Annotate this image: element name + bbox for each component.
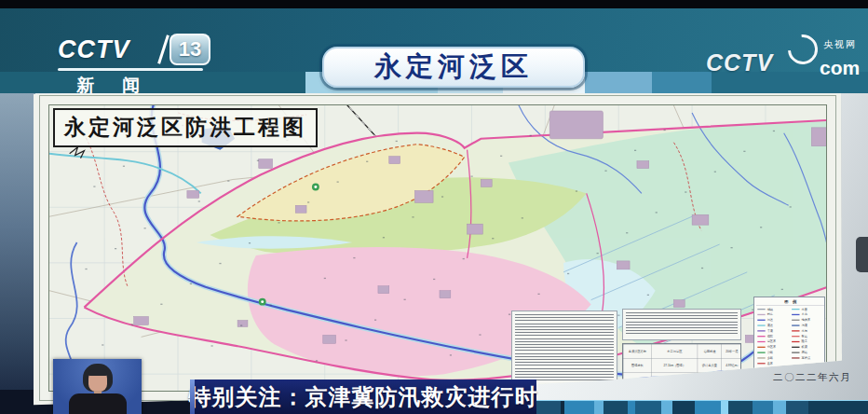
info-table-cell: 43.5万亩 (722, 373, 741, 387)
legend-swatch (757, 320, 765, 321)
legend-label: 泵站 (801, 334, 807, 338)
cctvcom-domain: com (820, 57, 860, 79)
legend-label: 乡路 (767, 356, 773, 361)
right-wall-tab (856, 237, 868, 272)
legend-label: 城镇 (767, 307, 773, 311)
bottom-segment-bar (536, 400, 868, 414)
info-table-cell: 27.1km（围堤） (652, 359, 698, 373)
interpreter-fringe (88, 369, 107, 376)
info-table-cell: 蓄滞洪区名称 (623, 344, 651, 358)
info-table-cell: 802.8km²（蓄滞洪区） (652, 373, 698, 387)
legend-label: 险工 (801, 339, 807, 344)
legend-label: 水闸 (801, 329, 807, 334)
sign-language-interpreter-video (53, 359, 142, 414)
legend-swatch (757, 309, 765, 310)
cctv13-subtitle: 新闻 (76, 74, 168, 98)
cctv13-wordmark: CCTV (58, 35, 130, 64)
legend-label: 地类界 (801, 318, 810, 323)
legend-swatch (792, 324, 799, 325)
legend-left-column: 城镇村庄河道渠道干渠堤防泛区界分区界公路乡路县界铁路 (756, 306, 791, 373)
flood-map: 永定河泛区防洪工程图 图例 城镇村庄河道渠道干渠堤防泛区界分区界公路乡路县界铁路… (48, 104, 827, 392)
info-table-cell: 淹没耕地 (698, 373, 722, 387)
legend-swatch (792, 330, 799, 331)
info-table-cell: 设计蓄洪量 (698, 359, 722, 373)
legend-box: 图例 城镇村庄河道渠道干渠堤防泛区界分区界公路乡路县界铁路 水面支流地类界沟渠水… (753, 297, 825, 379)
legend-swatch (757, 352, 765, 352)
info-table: 蓄滞洪区名称永定河泛区启用标准20年一遇围堤总长27.1km（围堤）设计蓄洪量4… (622, 343, 741, 387)
legend-label: 水面 (801, 307, 807, 311)
legend-swatch (757, 363, 765, 364)
cctvcom-ring-icon (781, 28, 823, 70)
broadcast-frame: 永定河泛区防洪工程图 图例 城镇村庄河道渠道干渠堤防泛区界分区界公路乡路县界铁路… (0, 0, 868, 414)
info-table-cell: 4.99亿m³ (722, 359, 741, 373)
legend-label: 桥梁 (801, 345, 807, 350)
cctv13-slash (157, 34, 170, 63)
legend-swatch (757, 330, 765, 331)
title-banner: 永定河泛区 (322, 47, 585, 88)
channel-13-badge: 13 (170, 34, 210, 65)
legend-swatch (792, 341, 799, 342)
cctvcom-logo: CCTV 央视网 com (706, 33, 868, 87)
info-table-cell: 围堤总长 (623, 359, 651, 373)
legend-label: 堤防 (767, 334, 773, 338)
legend-swatch (757, 336, 765, 337)
legend-swatch (757, 368, 765, 369)
legend-label: 测站 (801, 351, 807, 355)
legend-right-column: 水面支流地类界沟渠水闸泵站险工桥梁测站高程点 (791, 306, 825, 373)
info-table-cell: 启用标准 (698, 344, 722, 358)
legend-swatch (757, 341, 765, 342)
map-title: 永定河泛区防洪工程图 (53, 108, 318, 147)
legend-row: 高程点 (792, 355, 823, 361)
legend-swatch (792, 352, 799, 352)
info-table-cell: 总面积 (623, 373, 651, 387)
info-table-cell: 永定河泛区 (652, 344, 698, 358)
ticker-text: 特别关注：京津冀防汛救灾进行时 (189, 382, 538, 412)
info-table-row: 围堤总长27.1km（围堤）设计蓄洪量4.99亿m³ (623, 359, 741, 373)
left-wall-shadow (0, 90, 35, 414)
legend-swatch (757, 314, 765, 315)
legend-swatch (792, 320, 799, 321)
legend-title: 图例 (756, 298, 825, 306)
legend-swatch (792, 309, 799, 310)
legend-label: 泛区界 (767, 339, 777, 344)
info-table-row: 蓄滞洪区名称永定河泛区启用标准20年一遇 (623, 344, 741, 358)
map-notes-block: 蓄滞洪区名称永定河泛区启用标准20年一遇围堤总长27.1km（围堤）设计蓄洪量4… (511, 309, 741, 387)
legend-label: 高程点 (801, 356, 810, 361)
legend-swatch (792, 336, 799, 337)
cctv13-underline (58, 68, 203, 71)
legend-swatch (757, 324, 765, 325)
legend-swatch (792, 357, 799, 358)
info-table-row: 总面积802.8km²（蓄滞洪区）淹没耕地43.5万亩 (623, 373, 741, 387)
legend-label: 河道 (767, 318, 773, 323)
legend-label: 干渠 (767, 329, 773, 334)
cctvcom-site-name: 央视网 (823, 38, 857, 51)
cctv13-logo: CCTV 13 新闻 (58, 34, 225, 91)
legend-label: 渠道 (767, 324, 773, 328)
title-banner-label: 永定河泛区 (374, 48, 533, 86)
cctvcom-wordmark: CCTV (706, 49, 773, 76)
interpreter-body (69, 393, 127, 414)
legend-label: 公路 (767, 351, 773, 355)
legend-swatch (757, 357, 765, 358)
legend-swatch (757, 347, 765, 348)
description-paragraph-right (622, 309, 741, 340)
info-table-cell: 20年一遇 (722, 344, 741, 358)
legend-label: 村庄 (767, 312, 773, 317)
map-outer-frame: 永定河泛区防洪工程图 图例 城镇村庄河道渠道干渠堤防泛区界分区界公路乡路县界铁路… (39, 95, 836, 401)
description-paragraph-left (511, 310, 617, 385)
legend-swatch (792, 347, 799, 348)
legend-label: 沟渠 (801, 324, 807, 328)
legend-swatch (792, 314, 799, 315)
date-caption: 二〇二二年六月 (773, 371, 851, 384)
legend-label: 县界 (767, 362, 773, 366)
top-black-bar (0, 0, 868, 8)
legend-label: 支流 (801, 312, 807, 317)
map-paper: 永定河泛区防洪工程图 图例 城镇村庄河道渠道干渠堤防泛区界分区界公路乡路县界铁路… (34, 90, 842, 407)
ticker-bar: 特别关注：京津冀防汛救灾进行时 (190, 380, 536, 414)
legend-label: 分区界 (767, 345, 777, 350)
